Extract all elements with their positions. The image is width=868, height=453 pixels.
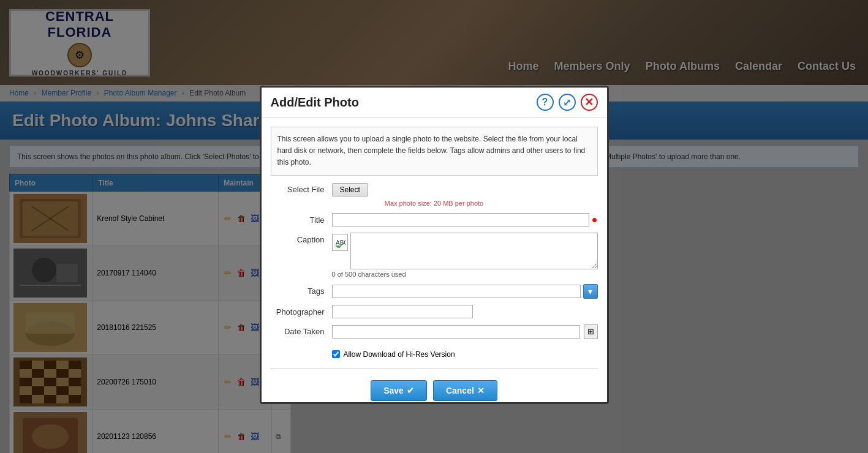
modal-header: Add/Edit Photo ? ⤢ ✕ — [262, 88, 607, 118]
caption-char-count: 0 of 500 characters used — [332, 271, 598, 278]
allow-download-checkbox[interactable] — [332, 350, 340, 358]
tags-label: Tags — [271, 284, 332, 296]
max-size-note: Max photo size: 20 MB per photo — [271, 200, 598, 207]
date-taken-label: Date Taken — [271, 324, 332, 336]
modal-overlay: Add/Edit Photo ? ⤢ ✕ This screen allows … — [0, 0, 868, 453]
photographer-label: Photographer — [271, 305, 332, 316]
tags-input[interactable] — [332, 285, 581, 298]
calendar-button[interactable]: ⊞ — [584, 324, 598, 339]
select-file-button[interactable]: Select — [332, 183, 368, 197]
spell-check-button[interactable]: ABC — [332, 234, 348, 251]
modal-description: This screen allows you to upload a singl… — [271, 127, 598, 176]
save-button[interactable]: Save ✔ — [371, 380, 427, 401]
allow-download-label: Allow Download of Hi-Res Version — [344, 350, 455, 359]
add-edit-photo-modal: Add/Edit Photo ? ⤢ ✕ This screen allows … — [260, 86, 609, 404]
photographer-input[interactable] — [332, 305, 473, 318]
modal-body: This screen allows you to upload a singl… — [262, 118, 607, 402]
caption-row: Caption ABC 0 of 500 characters used — [271, 233, 598, 278]
allow-download-row: Allow Download of Hi-Res Version — [271, 345, 598, 364]
modal-title: Add/Edit Photo — [271, 95, 359, 110]
select-file-row: Select File Select — [271, 183, 598, 197]
title-label: Title — [271, 213, 332, 225]
modal-divider — [271, 369, 598, 369]
caption-label: Caption — [271, 233, 332, 244]
modal-close-button[interactable]: ✕ — [581, 94, 598, 111]
modal-help-button[interactable]: ? — [537, 94, 554, 111]
modal-resize-button[interactable]: ⤢ — [559, 94, 576, 111]
date-taken-row: Date Taken ⊞ — [271, 324, 598, 339]
title-row: Title ● — [271, 213, 598, 226]
modal-footer: Save ✔ Cancel ✕ — [271, 374, 598, 402]
photographer-row: Photographer — [271, 305, 598, 318]
caption-input[interactable] — [350, 233, 598, 269]
date-taken-input[interactable] — [332, 325, 581, 339]
select-file-label: Select File — [271, 185, 332, 194]
title-input[interactable] — [332, 213, 589, 226]
cancel-button[interactable]: Cancel ✕ — [433, 380, 497, 401]
tags-row: Tags ▾ — [271, 284, 598, 299]
required-indicator: ● — [592, 214, 598, 225]
tags-dropdown-button[interactable]: ▾ — [583, 284, 598, 299]
modal-header-icons: ? ⤢ ✕ — [537, 94, 598, 111]
